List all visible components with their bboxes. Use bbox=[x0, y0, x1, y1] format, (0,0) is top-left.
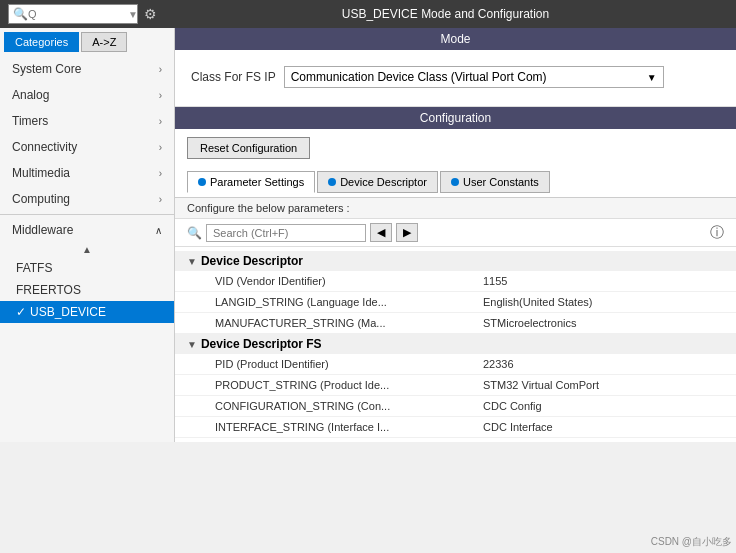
dot-icon bbox=[198, 178, 206, 186]
table-row: LANGID_STRING (Language Ide... English(U… bbox=[175, 292, 736, 313]
sidebar-item-label: Computing bbox=[12, 192, 70, 206]
content-area: Mode Class For FS IP Communication Devic… bbox=[175, 28, 736, 442]
param-search-input[interactable] bbox=[213, 227, 343, 239]
sidebar-item-label: Connectivity bbox=[12, 140, 77, 154]
search-icon: 🔍 bbox=[187, 226, 202, 240]
top-search-box[interactable]: 🔍 ▼ bbox=[8, 4, 138, 24]
table-row: PID (Product IDentifier) 22336 bbox=[175, 354, 736, 375]
window-title: USB_DEVICE Mode and Configuration bbox=[163, 7, 728, 21]
sidebar-item-system-core[interactable]: System Core › bbox=[0, 56, 174, 82]
watermark: CSDN @自小吃多 bbox=[651, 535, 732, 549]
tab-a-z[interactable]: A->Z bbox=[81, 32, 127, 52]
sidebar-item-timers[interactable]: Timers › bbox=[0, 108, 174, 134]
sidebar-item-freertos[interactable]: FREERTOS bbox=[0, 279, 174, 301]
sidebar-menu: System Core › Analog › Timers › Connecti… bbox=[0, 52, 174, 442]
top-bar: 🔍 ▼ ⚙ USB_DEVICE Mode and Configuration bbox=[0, 0, 736, 28]
tree-group-device-descriptor-fs[interactable]: ▼ Device Descriptor FS bbox=[175, 334, 736, 354]
sidebar-item-label: Middleware bbox=[12, 223, 73, 237]
dropdown-arrow-icon: ▼ bbox=[647, 72, 657, 83]
tree-section: ▼ Device Descriptor VID (Vendor IDentifi… bbox=[175, 247, 736, 442]
table-row: PRODUCT_STRING (Product Ide... STM32 Vir… bbox=[175, 375, 736, 396]
chevron-down-icon: ∧ bbox=[155, 225, 162, 236]
config-section-header: Configuration bbox=[175, 107, 736, 129]
sidebar: Categories A->Z System Core › Analog › T… bbox=[0, 28, 175, 442]
sidebar-item-label: System Core bbox=[12, 62, 81, 76]
chevron-right-icon: › bbox=[159, 168, 162, 179]
table-row: VID (Vendor IDentifier) 1155 bbox=[175, 271, 736, 292]
sidebar-item-label: Multimedia bbox=[12, 166, 70, 180]
param-header: Configure the below parameters : bbox=[175, 198, 736, 219]
scroll-up-arrow[interactable]: ▲ bbox=[82, 245, 92, 255]
reset-config-button[interactable]: Reset Configuration bbox=[187, 137, 310, 159]
search-icon: 🔍 bbox=[13, 7, 28, 21]
class-select-value: Communication Device Class (Virtual Port… bbox=[291, 70, 547, 84]
sidebar-item-analog[interactable]: Analog › bbox=[0, 82, 174, 108]
sidebar-item-connectivity[interactable]: Connectivity › bbox=[0, 134, 174, 160]
sidebar-item-label: Timers bbox=[12, 114, 48, 128]
config-toolbar: Reset Configuration bbox=[175, 129, 736, 167]
mode-section: Class For FS IP Communication Device Cla… bbox=[175, 50, 736, 98]
sidebar-item-usb-device[interactable]: ✓ USB_DEVICE bbox=[0, 301, 174, 323]
sidebar-tab-bar: Categories A->Z bbox=[0, 28, 174, 52]
configuration-section: Configuration Reset Configuration Parame… bbox=[175, 106, 736, 442]
tab-device-descriptor[interactable]: Device Descriptor bbox=[317, 171, 438, 193]
scroll-arrows: ▲ bbox=[0, 243, 174, 257]
table-row: INTERFACE_STRING (Interface I... CDC Int… bbox=[175, 417, 736, 438]
dot-icon bbox=[328, 178, 336, 186]
class-row: Class For FS IP Communication Device Cla… bbox=[191, 66, 720, 88]
tab-user-constants[interactable]: User Constants bbox=[440, 171, 550, 193]
config-tab-bar: Parameter Settings Device Descriptor Use… bbox=[175, 167, 736, 198]
param-search-box[interactable] bbox=[206, 224, 366, 242]
dot-icon bbox=[451, 178, 459, 186]
sidebar-item-computing[interactable]: Computing › bbox=[0, 186, 174, 212]
prev-nav-button[interactable]: ◀ bbox=[370, 223, 392, 242]
collapse-icon: ▼ bbox=[187, 256, 197, 267]
class-select[interactable]: Communication Device Class (Virtual Port… bbox=[284, 66, 664, 88]
checkmark-icon: ✓ bbox=[16, 305, 26, 319]
chevron-right-icon: › bbox=[159, 90, 162, 101]
sidebar-item-fatfs[interactable]: FATFS bbox=[0, 257, 174, 279]
class-label: Class For FS IP bbox=[191, 70, 276, 84]
tab-parameter-settings[interactable]: Parameter Settings bbox=[187, 171, 315, 193]
gear-icon[interactable]: ⚙ bbox=[144, 6, 157, 22]
next-nav-button[interactable]: ▶ bbox=[396, 223, 418, 242]
sidebar-item-label: Analog bbox=[12, 88, 49, 102]
top-search-input[interactable] bbox=[28, 8, 128, 20]
table-row: CONFIGURATION_STRING (Con... CDC Config bbox=[175, 396, 736, 417]
info-icon[interactable]: ⓘ bbox=[710, 224, 724, 242]
chevron-right-icon: › bbox=[159, 194, 162, 205]
sidebar-divider bbox=[0, 214, 174, 215]
tree-group-device-descriptor[interactable]: ▼ Device Descriptor bbox=[175, 251, 736, 271]
chevron-right-icon: › bbox=[159, 116, 162, 127]
table-row: MANUFACTURER_STRING (Ma... STMicroelectr… bbox=[175, 313, 736, 334]
sidebar-item-middleware[interactable]: Middleware ∧ bbox=[0, 217, 174, 243]
sidebar-item-multimedia[interactable]: Multimedia › bbox=[0, 160, 174, 186]
search-row: 🔍 ◀ ▶ ⓘ bbox=[175, 219, 736, 247]
mode-section-header: Mode bbox=[175, 28, 736, 50]
chevron-right-icon: › bbox=[159, 142, 162, 153]
tab-categories[interactable]: Categories bbox=[4, 32, 79, 52]
collapse-icon: ▼ bbox=[187, 339, 197, 350]
chevron-right-icon: › bbox=[159, 64, 162, 75]
